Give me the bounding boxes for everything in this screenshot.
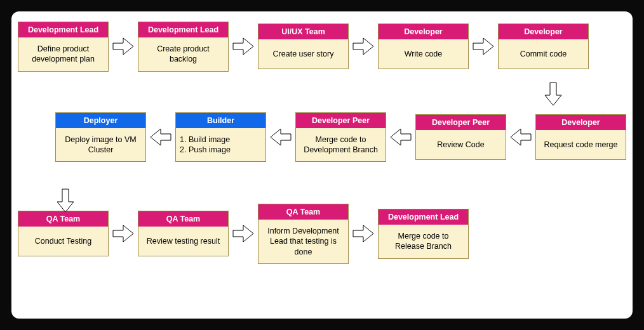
role-label: Builder: [176, 113, 265, 128]
node: Development Lead Define product developm…: [18, 22, 109, 72]
role-label: UI/UX Team: [258, 24, 348, 39]
arrow-left-icon: [266, 115, 295, 159]
node: QA Team Review testing result: [138, 211, 229, 256]
role-label: Developer Peer: [296, 113, 386, 128]
arrow-right-icon: [349, 24, 378, 69]
arrow-down-icon: [544, 80, 569, 109]
node: QA Team Conduct Testing: [18, 211, 109, 256]
row-3: QA Team Conduct Testing QA Team Review t…: [17, 199, 627, 269]
arrow-right-icon: [349, 211, 378, 256]
arrow-right-icon: [229, 24, 258, 69]
arrow-down-icon: [56, 187, 81, 216]
task-label: 1. Build image2. Push image: [176, 128, 265, 162]
task-label: Create user story: [258, 39, 348, 69]
role-label: Development Lead: [18, 22, 108, 37]
task-label: Review Code: [416, 130, 506, 159]
role-label: Development Lead: [379, 209, 468, 225]
task-label: Review testing result: [138, 227, 228, 256]
task-label: Request code merge: [536, 130, 626, 159]
arrow-right-icon: [229, 211, 258, 256]
task-label: Merge code to Release Branch: [379, 225, 468, 258]
task-label: Inform Development Lead that testing is …: [258, 220, 348, 263]
task-label: Define product development plan: [18, 37, 108, 71]
node: Developer Commit code: [498, 23, 589, 69]
task-label: Write code: [379, 39, 468, 69]
arrow-right-icon: [109, 211, 138, 256]
task-label: Create product backlog: [138, 37, 228, 71]
role-label: Development Lead: [138, 22, 228, 37]
node: Developer Peer Merge code to Development…: [295, 112, 386, 162]
role-label: Deployer: [56, 113, 145, 128]
node: QA Team Inform Development Lead that tes…: [258, 204, 349, 264]
node: UI/UX Team Create user story: [258, 23, 349, 69]
arrow-right-icon: [109, 24, 138, 69]
arrow-left-icon: [386, 115, 415, 159]
task-label: Merge code to Development Branch: [296, 128, 386, 162]
node: Deployer Deploy image to VM Cluster: [55, 112, 146, 162]
arrow-right-icon: [469, 24, 498, 69]
node: Development Lead Merge code to Release B…: [378, 209, 469, 259]
node: Developer Peer Review Code: [415, 114, 506, 160]
role-label: Developer: [536, 115, 626, 130]
task-label: Commit code: [499, 39, 588, 69]
arrow-left-icon: [506, 115, 535, 159]
row-1: Development Lead Define product developm…: [17, 16, 627, 77]
arrow-left-icon: [146, 115, 175, 159]
role-label: Developer: [379, 24, 468, 39]
role-label: Developer Peer: [416, 115, 506, 130]
diagram-canvas: Development Lead Define product developm…: [11, 11, 633, 319]
task-label: Conduct Testing: [18, 227, 108, 256]
task-label: Deploy image to VM Cluster: [56, 128, 145, 162]
node: Builder 1. Build image2. Push image: [175, 112, 266, 162]
role-label: QA Team: [258, 204, 348, 220]
node: Development Lead Create product backlog: [138, 22, 229, 72]
node: Developer Write code: [378, 23, 469, 69]
node: Developer Request code merge: [535, 114, 626, 160]
row-2: Developer Request code merge Developer P…: [17, 107, 627, 168]
role-label: Developer: [499, 24, 588, 39]
role-label: QA Team: [138, 211, 228, 227]
